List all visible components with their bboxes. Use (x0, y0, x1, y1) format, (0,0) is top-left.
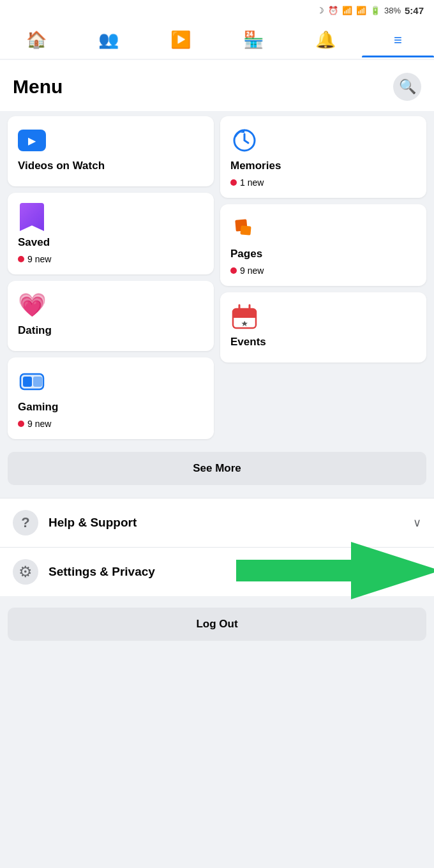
memories-title: Memories (230, 160, 416, 172)
gaming-title: Gaming (18, 401, 204, 414)
nav-menu[interactable]: ≡ (362, 24, 434, 56)
help-icon-wrap: ? (13, 510, 38, 535)
nav-notifications[interactable]: 🔔 (289, 21, 361, 59)
help-support-row[interactable]: ? Help & Support ∨ (0, 498, 434, 547)
battery-percent: 38% (384, 6, 401, 15)
flag-icon (230, 214, 258, 243)
memories-badge: 1 new (230, 177, 416, 188)
settings-privacy-row[interactable]: ⚙ Settings & Privacy (0, 547, 434, 596)
saved-icon-wrap (18, 203, 46, 231)
watch-icon: ▶️ (170, 30, 191, 50)
clock-icon (232, 128, 257, 153)
status-time: 5:47 (405, 5, 424, 16)
gear-icon-wrap: ⚙ (13, 559, 38, 585)
menu-header: Menu 🔍 (0, 60, 434, 111)
status-bar: ☽ ⏰ 📶 📶 🔋 38% 5:47 (0, 0, 434, 21)
nav-home[interactable]: 🏠 (0, 21, 72, 59)
video-watch-icon (18, 130, 46, 151)
separator (0, 493, 434, 498)
logout-button[interactable]: Log Out (8, 608, 426, 641)
dating-title: Dating (18, 324, 204, 337)
memories-card[interactable]: Memories 1 new (220, 116, 426, 198)
search-icon: 🔍 (399, 79, 416, 95)
heart-icon: 💗 (18, 292, 47, 318)
videos-on-watch-card[interactable]: Videos on Watch (8, 116, 214, 186)
bookmark-icon (20, 203, 44, 231)
people-icon: 👥 (98, 30, 119, 50)
dating-icon-wrap: 💗 (18, 291, 46, 319)
home-icon: 🏠 (26, 30, 47, 50)
events-icon-wrap (230, 303, 258, 331)
menu-grid: Videos on Watch Saved 9 new 💗 Dating (0, 111, 434, 444)
bell-icon: 🔔 (315, 30, 336, 50)
search-button[interactable]: 🔍 (393, 73, 421, 101)
memories-dot (230, 179, 237, 186)
help-support-label: Help & Support (49, 516, 403, 530)
saved-dot (18, 256, 24, 262)
nav-bar: 🏠 👥 ▶️ 🏪 🔔 ≡ (0, 21, 434, 60)
calendar-icon (230, 303, 258, 331)
pages-icon-wrap (230, 214, 258, 243)
gaming-icon-wrap (18, 368, 46, 396)
saved-badge-text: 9 new (27, 254, 51, 264)
alarm-icon: ⏰ (328, 6, 338, 15)
memories-icon-wrap (230, 126, 258, 154)
menu-icon: ≡ (394, 33, 402, 47)
question-icon: ? (21, 514, 29, 531)
logout-label: Log Out (196, 618, 237, 630)
events-card[interactable]: Events (220, 292, 426, 363)
nav-watch[interactable]: ▶️ (145, 21, 217, 59)
svg-rect-2 (23, 377, 32, 387)
memories-badge-text: 1 new (240, 177, 264, 188)
gaming-card[interactable]: Gaming 9 new (8, 357, 214, 439)
signal-icon: 📶 (356, 6, 366, 15)
moon-icon: ☽ (317, 6, 324, 15)
svg-rect-7 (240, 225, 251, 235)
gaming-dot (18, 421, 24, 427)
svg-rect-10 (233, 314, 256, 318)
gaming-icon (18, 368, 46, 396)
nav-people[interactable]: 👥 (72, 21, 144, 59)
events-title: Events (230, 336, 416, 348)
videos-on-watch-title: Videos on Watch (18, 160, 204, 172)
pages-title: Pages (230, 248, 416, 260)
gaming-badge-text: 9 new (27, 419, 51, 429)
battery-icon: 🔋 (370, 6, 380, 15)
menu-title: Menu (13, 76, 63, 98)
see-more-label: See More (193, 462, 241, 474)
see-more-button[interactable]: See More (8, 452, 426, 485)
marketplace-icon: 🏪 (243, 30, 264, 50)
saved-card[interactable]: Saved 9 new (8, 193, 214, 274)
gaming-badge: 9 new (18, 419, 204, 429)
settings-privacy-label: Settings & Privacy (49, 565, 421, 579)
pages-badge: 9 new (230, 266, 416, 276)
saved-badge: 9 new (18, 254, 204, 264)
pages-card[interactable]: Pages 9 new (220, 204, 426, 286)
pages-badge-text: 9 new (240, 266, 264, 276)
settings-wrapper: ⚙ Settings & Privacy (0, 547, 434, 596)
nav-marketplace[interactable]: 🏪 (217, 21, 289, 59)
pages-dot (230, 267, 237, 274)
saved-title: Saved (18, 236, 204, 249)
svg-rect-3 (33, 377, 42, 387)
status-icons: ☽ ⏰ 📶 📶 🔋 38% 5:47 (317, 5, 424, 16)
chevron-down-icon: ∨ (413, 516, 421, 530)
separator2 (0, 596, 434, 601)
video-icon-wrap (18, 126, 46, 154)
gear-icon: ⚙ (19, 563, 33, 581)
wifi-icon: 📶 (342, 6, 352, 15)
dating-card[interactable]: 💗 Dating (8, 281, 214, 351)
